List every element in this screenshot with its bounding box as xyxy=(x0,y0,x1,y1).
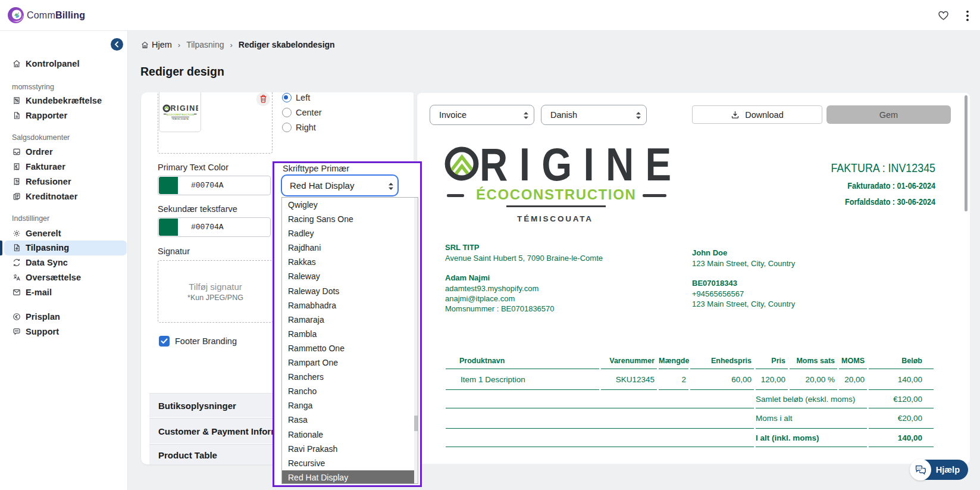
svg-text:ECOCONSTRUCTION: ECOCONSTRUCTION xyxy=(167,113,194,116)
svg-text:RIGINE: RIGINE xyxy=(171,104,199,113)
svg-text:TÉMISCOUATA: TÉMISCOUATA xyxy=(172,117,189,120)
